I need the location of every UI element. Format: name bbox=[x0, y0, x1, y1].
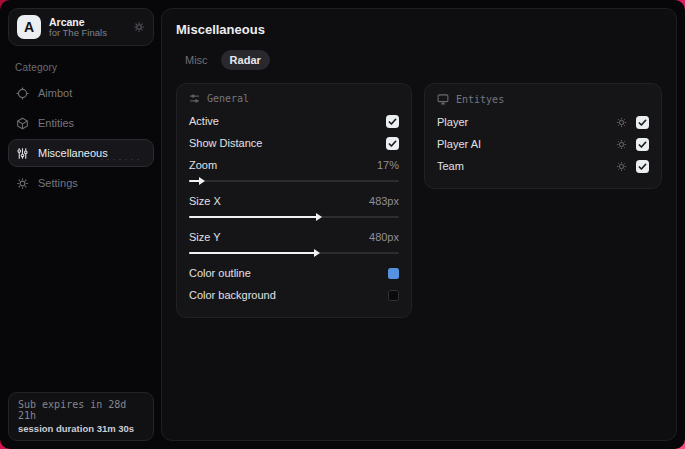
setting-label: Active bbox=[189, 115, 219, 127]
session-duration-text: session duration 31m 30s bbox=[18, 423, 144, 434]
sidebar-item-entities[interactable]: Entities bbox=[8, 109, 154, 137]
setting-row-color-background: Color background bbox=[189, 284, 399, 306]
sliders-horizontal-icon bbox=[189, 93, 200, 104]
entities-panel-title: Entityes bbox=[456, 94, 504, 105]
setting-label: Size X bbox=[189, 195, 221, 207]
main-panel: Miscellaneous Misc Radar General bbox=[161, 8, 677, 441]
sidebar-item-label: Miscellaneous bbox=[38, 147, 108, 159]
crosshair-icon bbox=[16, 87, 29, 100]
sidebar-item-label: Settings bbox=[38, 177, 78, 189]
slider-thumb[interactable] bbox=[316, 213, 322, 221]
entity-settings-gear-icon[interactable] bbox=[616, 139, 627, 150]
entity-settings-gear-icon[interactable] bbox=[616, 117, 627, 128]
sidebar-item-aimbot[interactable]: Aimbot bbox=[8, 79, 154, 107]
player-checkbox[interactable] bbox=[636, 116, 649, 129]
setting-row-color-outline: Color outline bbox=[189, 262, 399, 284]
entity-row-player: Player bbox=[437, 111, 649, 133]
entity-row-player-ai: Player AI bbox=[437, 133, 649, 155]
sidebar-header: A Arcane for The Finals bbox=[8, 8, 154, 46]
category-label: Category bbox=[15, 62, 154, 73]
entity-label: Player AI bbox=[437, 138, 481, 150]
sliders-icon bbox=[16, 147, 29, 160]
team-checkbox[interactable] bbox=[636, 160, 649, 173]
tab-radar[interactable]: Radar bbox=[221, 50, 270, 70]
setting-label: Zoom bbox=[189, 159, 217, 171]
setting-row-zoom: Zoom 17% bbox=[189, 154, 399, 176]
entity-label: Player bbox=[437, 116, 468, 128]
entities-panel-header: Entityes bbox=[437, 93, 649, 105]
slider-track bbox=[189, 180, 399, 182]
app-window: A Arcane for The Finals Category bbox=[0, 0, 685, 449]
active-item-texture bbox=[99, 157, 143, 162]
size-x-slider[interactable] bbox=[189, 213, 399, 221]
setting-label: Size Y bbox=[189, 231, 221, 243]
page-title: Miscellaneous bbox=[176, 22, 662, 37]
color-background-swatch[interactable] bbox=[388, 290, 399, 301]
entity-controls bbox=[616, 160, 649, 173]
sidebar-item-label: Aimbot bbox=[38, 87, 72, 99]
sidebar-item-label: Entities bbox=[38, 117, 74, 129]
tab-bar: Misc Radar bbox=[176, 50, 662, 70]
gear-icon bbox=[16, 177, 29, 190]
setting-row-size-y: Size Y 480px bbox=[189, 226, 399, 248]
app-titles: Arcane for The Finals bbox=[49, 16, 125, 39]
size-x-value: 483px bbox=[369, 195, 399, 207]
app-logo: A bbox=[17, 15, 41, 39]
setting-row-active: Active bbox=[189, 110, 399, 132]
setting-row-size-x: Size X 483px bbox=[189, 190, 399, 212]
setting-label: Color outline bbox=[189, 267, 251, 279]
entity-row-team: Team bbox=[437, 155, 649, 177]
slider-fill bbox=[189, 252, 315, 254]
show-distance-checkbox[interactable] bbox=[386, 137, 399, 150]
sub-expires-text: Sub expires in 28d 21h bbox=[18, 399, 144, 421]
setting-label: Color background bbox=[189, 289, 276, 301]
general-panel-header: General bbox=[189, 93, 399, 104]
slider-thumb[interactable] bbox=[199, 177, 205, 185]
setting-row-show-distance: Show Distance bbox=[189, 132, 399, 154]
sidebar-item-settings[interactable]: Settings bbox=[8, 169, 154, 197]
zoom-slider[interactable] bbox=[189, 177, 399, 185]
header-gear-icon[interactable] bbox=[133, 21, 145, 33]
cube-icon bbox=[16, 117, 29, 130]
app-subtitle: for The Finals bbox=[49, 28, 125, 39]
general-panel: General Active Show Distance Zoom bbox=[176, 83, 412, 318]
active-checkbox[interactable] bbox=[386, 115, 399, 128]
monitor-icon bbox=[437, 93, 449, 105]
panels-row: General Active Show Distance Zoom bbox=[176, 83, 662, 318]
subscription-info: Sub expires in 28d 21h session duration … bbox=[8, 392, 154, 441]
app-name: Arcane bbox=[49, 16, 125, 28]
slider-thumb[interactable] bbox=[314, 249, 320, 257]
slider-fill bbox=[189, 180, 200, 182]
entities-panel: Entityes Player bbox=[424, 83, 662, 189]
entity-controls bbox=[616, 138, 649, 151]
setting-label: Show Distance bbox=[189, 137, 262, 149]
tab-misc[interactable]: Misc bbox=[176, 50, 217, 70]
sidebar: A Arcane for The Finals Category bbox=[8, 8, 154, 441]
entity-settings-gear-icon[interactable] bbox=[616, 161, 627, 172]
color-outline-swatch[interactable] bbox=[388, 268, 399, 279]
entity-label: Team bbox=[437, 160, 464, 172]
slider-fill bbox=[189, 216, 317, 218]
player-ai-checkbox[interactable] bbox=[636, 138, 649, 151]
general-panel-title: General bbox=[207, 93, 249, 104]
sidebar-item-miscellaneous[interactable]: Miscellaneous bbox=[8, 139, 154, 167]
entity-controls bbox=[616, 116, 649, 129]
size-y-slider[interactable] bbox=[189, 249, 399, 257]
size-y-value: 480px bbox=[369, 231, 399, 243]
zoom-value: 17% bbox=[377, 159, 399, 171]
sidebar-nav: Aimbot Entities bbox=[8, 77, 154, 197]
